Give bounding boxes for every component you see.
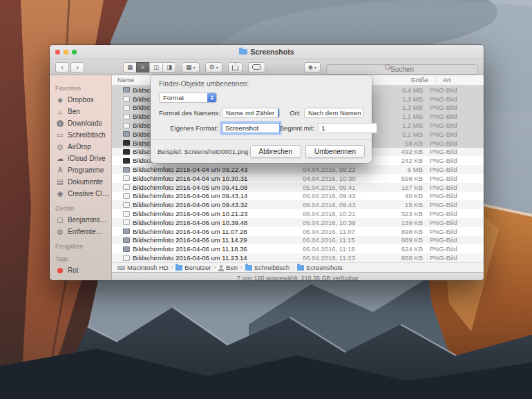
file-row[interactable]: Bildschirmfoto 2016-04-04 um 10.30.3104.…	[112, 174, 484, 183]
sidebar-item-label: Programme	[68, 166, 104, 174]
pathbar-item[interactable]: Schreibtisch	[245, 264, 290, 271]
icloud-icon: ☁	[56, 155, 64, 163]
sidebar-section-label: Favoriten	[55, 85, 111, 92]
pathbar-item[interactable]: Benutzer	[175, 264, 211, 271]
tags-button[interactable]	[248, 62, 265, 72]
forward-icon: ›	[76, 64, 79, 71]
file-date: 06.04.2016, 10:21	[303, 210, 368, 217]
file-kind: PNG-Bild	[423, 228, 484, 235]
file-row[interactable]: Bildschirmfoto 2016-04-06 um 11.23.1406.…	[112, 253, 484, 262]
coverflow-view-button[interactable]: ◨	[162, 62, 176, 72]
file-size: 15 KB	[368, 201, 423, 208]
gear-icon: ⚙	[209, 64, 215, 70]
status-text: 7 von 120 ausgewählt, 218,36 GB verfügba…	[237, 275, 359, 281]
pathbar-item[interactable]: Ben	[218, 264, 238, 271]
file-thumbnail-icon	[123, 193, 130, 199]
sidebar-item-entfernte-[interactable]: ◍Entfernte…	[50, 226, 111, 237]
zoom-button[interactable]	[72, 50, 77, 55]
column-view-button[interactable]: ◫	[149, 62, 163, 72]
sidebar-item-airdrop[interactable]: ◎AirDrop	[50, 141, 111, 153]
pathbar-separator: ›	[240, 264, 243, 271]
sidebar-item-creative-cl-[interactable]: ◉Creative Cl…	[50, 188, 111, 200]
back-button[interactable]: ‹	[55, 62, 69, 72]
arrange-button[interactable]: ▦ ▾	[182, 62, 200, 72]
sidebar-item-label: Entfernte…	[68, 228, 103, 235]
forward-button[interactable]: ›	[70, 62, 84, 72]
folder-icon	[175, 265, 182, 271]
sidebar-item-icloud-drive[interactable]: ☁iCloud Drive	[50, 153, 111, 164]
sidebar-item-label: Dokumente	[68, 178, 103, 186]
file-thumbnail-icon	[123, 202, 130, 208]
pathbar-item[interactable]: Screenshots	[297, 264, 343, 271]
sidebar-section-label: Tags	[55, 255, 111, 262]
applications-icon: A	[56, 166, 64, 175]
rename-dialog: Finder-Objekte umbenennen: Format Format…	[151, 75, 372, 163]
format-popup[interactable]: Format	[159, 93, 217, 103]
file-row[interactable]: Bildschirmfoto 2016-04-06 um 11.18.3606.…	[112, 244, 484, 253]
share-button[interactable]: ↑	[228, 62, 243, 72]
action-button[interactable]: ⚙ ▾	[205, 62, 222, 72]
disk-icon	[117, 266, 125, 270]
file-size: 958 KB	[368, 254, 423, 262]
file-kind: PNG-Bild	[423, 121, 484, 129]
file-thumbnail-icon	[123, 131, 130, 137]
column-header-size[interactable]: Größe	[373, 75, 428, 85]
sidebar-item-programme[interactable]: AProgramme	[50, 164, 111, 176]
sidebar-item-benjamins-[interactable]: ▢Benjamins…	[50, 214, 111, 226]
file-size: 689 KB	[368, 236, 423, 244]
column-header-kind[interactable]: Art	[435, 75, 484, 85]
sidebar: Favoriten◈Dropbox⌂Ben↓Downloads▭Schreibt…	[50, 75, 112, 280]
popup-arrows-icon	[278, 108, 280, 118]
rename-button[interactable]: Umbenennen	[305, 145, 365, 158]
file-row[interactable]: Bildschirmfoto 2016-04-06 um 10.21.2306.…	[112, 209, 484, 218]
sidebar-item-ben[interactable]: ⌂Ben	[50, 106, 111, 117]
search-input[interactable]	[326, 64, 478, 75]
pathbar-item[interactable]: Macintosh HD	[117, 264, 169, 271]
list-view-button[interactable]: ≡	[136, 62, 150, 72]
sidebar-item-dropbox[interactable]: ◈Dropbox	[50, 94, 111, 106]
sidebar-item-schreibtisch[interactable]: ▭Schreibtisch	[50, 129, 111, 141]
start-number-input[interactable]	[318, 123, 377, 133]
position-popup[interactable]: Nach dem Namen	[304, 108, 363, 118]
file-row[interactable]: Bildschirmfoto 2016-04-06 um 09.43.1406.…	[112, 192, 484, 201]
sidebar-item-label: AirDrop	[68, 143, 91, 150]
sidebar-item-tag[interactable]	[50, 276, 111, 280]
file-row[interactable]: Bildschirmfoto 2016-04-06 um 11.14.2906.…	[112, 236, 484, 245]
file-size: 624 KB	[368, 245, 423, 253]
file-kind: PNG-Bild	[423, 219, 484, 226]
share-icon: ↑	[232, 64, 238, 70]
icon-view-button[interactable]: ▦	[123, 62, 137, 72]
file-size: 1,1 MB	[368, 113, 423, 120]
file-row[interactable]: Bildschirmfoto 2016-04-06 um 11.07.2806.…	[112, 227, 484, 236]
file-row[interactable]: Bildschirmfoto 2016-04-04 um 09.22.4304.…	[112, 165, 484, 174]
start-number-label: Beginnt mit:	[280, 124, 314, 132]
folder-icon	[297, 265, 304, 271]
cancel-button[interactable]: Abbrechen	[250, 145, 301, 158]
custom-format-input[interactable]	[222, 123, 280, 133]
file-thumbnail-icon	[123, 158, 130, 164]
titlebar[interactable]: Screenshots	[50, 45, 484, 59]
file-size: 1,3 MB	[368, 104, 423, 111]
desktop-icon: ▭	[56, 131, 64, 139]
position-label: Ort:	[289, 109, 301, 117]
close-button[interactable]	[55, 50, 60, 55]
file-row[interactable]: Bildschirmfoto 2016-04-06 um 10.39.4806.…	[112, 218, 484, 227]
file-row[interactable]: Bildschirmfoto 2016-04-06 um 09.43.3206.…	[112, 200, 484, 209]
file-size: 58 KB	[368, 139, 423, 147]
sidebar-item-downloads[interactable]: ↓Downloads	[50, 117, 111, 129]
custom-format-label: Eigenes Format:	[159, 124, 218, 132]
minimize-button[interactable]	[64, 50, 68, 55]
remote-disc-icon: ◍	[56, 228, 64, 236]
sidebar-item-rot[interactable]: Rot	[50, 264, 111, 276]
sidebar-section-label: Freigaben	[55, 243, 111, 250]
file-row[interactable]: Bildschirmfoto 2016-04-05 um 09.41.0805.…	[112, 183, 484, 192]
downloads-icon: ↓	[57, 120, 64, 127]
list-view-icon: ≡	[142, 64, 145, 70]
dropbox-button[interactable]: ◈ ▾	[304, 62, 321, 72]
file-name: Bildschirmfoto 2016-04-05 um 09.41.08	[133, 184, 247, 191]
back-icon: ‹	[61, 64, 64, 71]
name-format-popup[interactable]: Name mit Zähler	[222, 108, 280, 118]
sidebar-item-dokumente[interactable]: ▤Dokumente	[50, 176, 111, 188]
file-kind: PNG-Bild	[423, 192, 484, 200]
file-thumbnail-icon	[123, 96, 130, 101]
